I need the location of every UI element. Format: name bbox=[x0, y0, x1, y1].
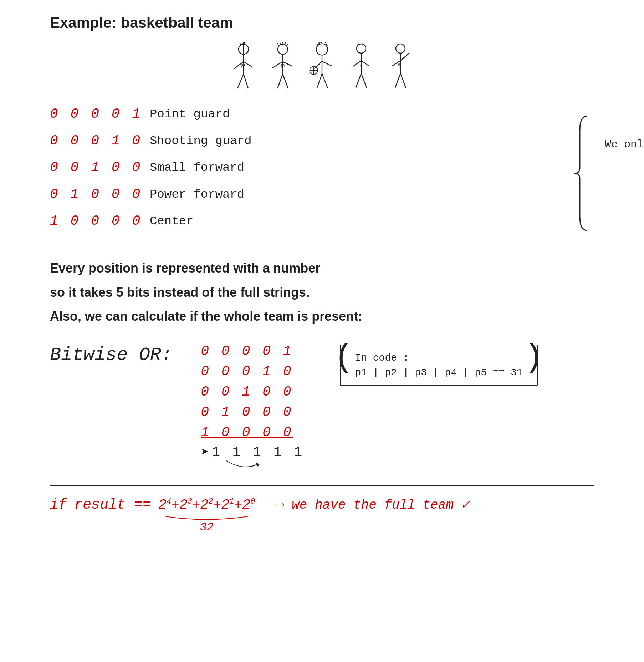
player-4-icon: 7 bbox=[345, 42, 377, 92]
position-name-1: Point guard bbox=[150, 107, 230, 121]
thirty-two-label: 32 bbox=[200, 521, 213, 534]
paragraph-section: Every position is represented with a num… bbox=[50, 258, 594, 327]
position-name-4: Power forward bbox=[150, 188, 244, 201]
in-code-expr: p1 | p2 | p3 | p4 | p5 == 31 bbox=[355, 367, 522, 378]
player-5-icon: 8 bbox=[384, 42, 416, 92]
svg-line-8 bbox=[244, 74, 248, 88]
svg-line-12 bbox=[280, 42, 281, 45]
result-formula: if result == 24+23+22+21+20 32 → we have… bbox=[50, 497, 594, 513]
svg-line-28 bbox=[322, 61, 332, 66]
svg-line-35 bbox=[356, 73, 361, 88]
positions-section: 0 0 0 0 1 Point guard 0 0 0 1 0 Shooting… bbox=[50, 106, 594, 240]
svg-line-11 bbox=[277, 43, 278, 46]
player-3-icon bbox=[306, 42, 338, 92]
bitwise-label: Bitwise OR: bbox=[50, 345, 172, 366]
binary-1: 0 0 0 0 1 bbox=[50, 106, 143, 122]
svg-text:23: 23 bbox=[241, 63, 245, 68]
svg-point-31 bbox=[357, 44, 366, 53]
bitwise-numbers: 0 0 0 0 1 0 0 0 1 0 0 0 1 0 0 0 1 0 0 0 … bbox=[201, 341, 304, 475]
page-title: Example: basketball team bbox=[50, 14, 615, 31]
in-code-box: ( In code : p1 | p2 | p3 | p4 | p5 == 31… bbox=[340, 345, 537, 386]
paragraph-1: Every position is represented with a num… bbox=[50, 258, 594, 279]
position-row-3: 0 0 1 0 0 Small forward bbox=[50, 160, 566, 175]
divider-line bbox=[50, 485, 594, 486]
brace-note-text: We only need 5 bits (1s and 0s) bbox=[605, 138, 644, 151]
player-1-icon: 23 bbox=[228, 42, 260, 92]
in-code-container: ( In code : p1 | p2 | p3 | p4 | p5 == 31… bbox=[340, 345, 537, 386]
svg-line-42 bbox=[400, 73, 406, 88]
svg-line-30 bbox=[322, 74, 328, 88]
formula-powers: 24+23+22+21+20 32 bbox=[158, 497, 255, 513]
brace-note-container: We only need 5 bits (1s and 0s) bbox=[573, 106, 594, 240]
formula-result-eq: result == bbox=[74, 497, 151, 513]
binary-3: 0 0 1 0 0 bbox=[50, 160, 143, 175]
svg-line-14 bbox=[285, 42, 286, 45]
binary-2: 0 0 0 1 0 bbox=[50, 133, 143, 148]
binary-4: 0 1 0 0 0 bbox=[50, 187, 143, 202]
formula-arrow-icon: → bbox=[276, 497, 285, 513]
player-4: 7 bbox=[345, 42, 377, 92]
player-3 bbox=[306, 42, 338, 92]
formula-if: if bbox=[50, 497, 67, 513]
svg-text:10: 10 bbox=[280, 63, 285, 68]
left-paren-icon: ( bbox=[334, 342, 353, 374]
bitwise-row-3: 0 0 1 0 0 bbox=[201, 382, 293, 402]
player-2: 10 bbox=[267, 42, 299, 92]
binary-5: 1 0 0 0 0 bbox=[50, 213, 143, 229]
svg-line-34 bbox=[361, 61, 369, 66]
bitwise-row-5: 1 0 0 0 0 bbox=[201, 422, 293, 443]
svg-line-29 bbox=[317, 74, 322, 88]
right-paren-icon: ) bbox=[524, 342, 543, 374]
svg-line-27 bbox=[315, 61, 322, 69]
position-name-5: Center bbox=[150, 214, 193, 228]
paragraph-3: Also, we can calculate if the whole team… bbox=[50, 306, 594, 327]
svg-line-7 bbox=[237, 74, 244, 88]
position-row-5: 1 0 0 0 0 Center bbox=[50, 213, 566, 229]
position-row-1: 0 0 0 0 1 Point guard bbox=[50, 106, 566, 122]
svg-line-3 bbox=[244, 42, 245, 45]
svg-line-19 bbox=[277, 74, 283, 88]
player-2-icon: 10 bbox=[267, 42, 299, 92]
svg-point-22 bbox=[316, 44, 328, 55]
player-5: 8 bbox=[384, 42, 416, 92]
bitwise-row-4: 0 1 0 0 0 bbox=[201, 402, 293, 422]
svg-point-10 bbox=[278, 44, 288, 54]
positions-list: 0 0 0 0 1 Point guard 0 0 0 1 0 Shooting… bbox=[50, 106, 566, 240]
formula-conclusion: we have the full team ✓ bbox=[292, 497, 469, 513]
svg-line-1 bbox=[240, 43, 241, 45]
svg-text:8: 8 bbox=[398, 63, 400, 67]
position-row-4: 0 1 0 0 0 Power forward bbox=[50, 187, 566, 202]
curly-brace-icon bbox=[573, 113, 594, 234]
bitwise-row-1: 0 0 0 0 1 bbox=[201, 341, 293, 361]
position-name-3: Small forward bbox=[150, 161, 244, 174]
position-name-2: Shooting guard bbox=[150, 134, 252, 148]
svg-line-41 bbox=[395, 73, 400, 88]
svg-point-38 bbox=[396, 44, 405, 53]
result-arrow-icon: ➤ bbox=[201, 444, 209, 460]
in-code-label: In code : bbox=[355, 352, 522, 363]
svg-line-20 bbox=[283, 74, 288, 88]
player-1: 23 bbox=[228, 42, 260, 92]
svg-line-15 bbox=[287, 43, 288, 46]
svg-marker-44 bbox=[256, 462, 260, 467]
paragraph-2: so it takes 5 bits instead of the full s… bbox=[50, 282, 594, 303]
svg-line-2 bbox=[242, 42, 242, 45]
svg-line-36 bbox=[361, 73, 367, 88]
bitwise-row-2: 0 0 0 1 0 bbox=[201, 361, 293, 382]
bitwise-section: Bitwise OR: 0 0 0 0 1 0 0 0 1 0 0 0 1 0 … bbox=[50, 341, 594, 475]
position-row-2: 0 0 0 1 0 Shooting guard bbox=[50, 133, 566, 148]
curved-arrow-icon bbox=[222, 457, 265, 475]
players-illustration: 23 10 bbox=[29, 42, 615, 92]
svg-text:7: 7 bbox=[359, 62, 362, 67]
